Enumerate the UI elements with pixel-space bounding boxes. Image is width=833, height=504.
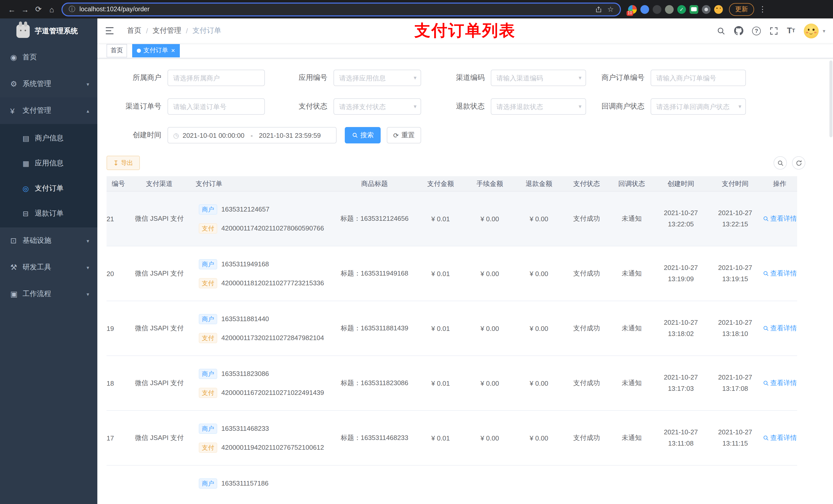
font-size-icon[interactable]: TT bbox=[787, 27, 795, 35]
breadcrumb-home[interactable]: 首页 bbox=[127, 26, 141, 35]
hamburger-icon[interactable] bbox=[97, 27, 122, 35]
clock-icon: ◷ bbox=[173, 131, 179, 139]
refund-amount-cell: ¥ 0.00 bbox=[514, 301, 564, 356]
extension-check-icon[interactable]: ✓ bbox=[677, 5, 686, 14]
site-info-icon[interactable]: ⓘ bbox=[69, 5, 75, 14]
search-button[interactable]: 搜索 bbox=[345, 127, 381, 143]
page-content: 所属商户 应用编号 ▾ 渠道编码 bbox=[97, 58, 833, 504]
app-select-input[interactable] bbox=[334, 70, 421, 86]
date-end[interactable]: 2021-10-31 23:59:59 bbox=[259, 131, 321, 139]
address-bar[interactable]: ⓘ localhost:1024/pay/order ☆ bbox=[62, 2, 621, 16]
pay-amount-cell bbox=[416, 465, 465, 504]
extension-dark-icon[interactable] bbox=[653, 5, 661, 14]
pay-badge: 支付 bbox=[199, 387, 217, 398]
refund-amount-cell: ¥ 0.00 bbox=[514, 246, 564, 301]
extension-chat-icon[interactable] bbox=[690, 5, 698, 14]
app-title: 芋道管理系统 bbox=[35, 27, 78, 36]
view-detail-link[interactable]: 查看详情 bbox=[763, 324, 797, 333]
browser-home-icon[interactable]: ⌂ bbox=[45, 3, 58, 16]
filter-row-3: 创建时间 ◷ 2021-10-01 00:00:00 - 2021-10-31 … bbox=[106, 127, 823, 143]
action-cell: 查看详情 bbox=[762, 192, 797, 246]
refresh-table-icon[interactable] bbox=[792, 156, 805, 170]
pay-amount-cell: ¥ 0.01 bbox=[416, 356, 465, 410]
view-detail-link[interactable]: 查看详情 bbox=[763, 379, 797, 388]
date-range-picker[interactable]: ◷ 2021-10-01 00:00:00 - 2021-10-31 23:59… bbox=[168, 127, 337, 143]
sidebar-item-home[interactable]: ◉ 首页 bbox=[0, 44, 97, 71]
app-logo[interactable]: 芋道管理系统 bbox=[0, 19, 97, 44]
sidebar-item-label: 工作流程 bbox=[23, 289, 87, 298]
browser-reload-icon[interactable]: ⟳ bbox=[32, 3, 45, 16]
pay-transaction-no: 4200001173202110272847982104 bbox=[221, 334, 324, 342]
breadcrumb-pay-mgmt[interactable]: 支付管理 bbox=[153, 26, 181, 35]
extension-face-icon[interactable] bbox=[714, 5, 723, 14]
filter-row-2: 渠道订单号 支付状态 ▾ 退款状态 bbox=[106, 98, 823, 115]
notify-status-cell bbox=[610, 465, 654, 504]
tab-home[interactable]: 首页 bbox=[106, 44, 127, 57]
merchant-input[interactable] bbox=[168, 70, 265, 86]
close-icon[interactable]: × bbox=[171, 47, 175, 54]
pay-amount-cell: ¥ 0.01 bbox=[416, 246, 465, 301]
sidebar-item-devtool[interactable]: ⚒ 研发工具 ▾ bbox=[0, 254, 97, 281]
sidebar-item-app-info[interactable]: ▦ 应用信息 bbox=[0, 150, 97, 176]
avatar[interactable] bbox=[804, 23, 819, 38]
product-title-cell: 标题：1635311949168 bbox=[333, 246, 416, 301]
pay-time-cell: 2021-10-27 13:17:08 bbox=[708, 356, 762, 410]
view-detail-link[interactable]: 查看详情 bbox=[763, 214, 797, 223]
browser-forward-icon[interactable]: → bbox=[19, 3, 32, 16]
order-id-cell: 18 bbox=[106, 356, 129, 410]
sidebar-item-refund-order[interactable]: ⊟ 退款订单 bbox=[0, 201, 97, 226]
sidebar-item-merchant-info[interactable]: ▤ 商户信息 bbox=[0, 125, 97, 150]
merchant-order-no: 1635311881440 bbox=[221, 315, 269, 323]
pay-status-input[interactable] bbox=[334, 98, 421, 115]
help-icon[interactable]: ? bbox=[752, 26, 761, 35]
bookmark-star-icon[interactable]: ☆ bbox=[607, 5, 614, 13]
channel-code-input[interactable] bbox=[491, 70, 586, 86]
refund-status-input[interactable] bbox=[491, 98, 586, 115]
share-icon[interactable] bbox=[596, 6, 602, 13]
toggle-search-icon[interactable] bbox=[774, 156, 787, 170]
avatar-caret-icon[interactable]: ▾ bbox=[823, 28, 825, 33]
order-id-cell: 21 bbox=[106, 192, 129, 246]
column-header: 操作 bbox=[762, 176, 797, 191]
notify-status-cell: 未通知 bbox=[610, 192, 654, 246]
reset-button[interactable]: ⟳ 重置 bbox=[387, 127, 421, 143]
callback-status-input[interactable] bbox=[651, 98, 746, 115]
tab-pay-order[interactable]: 支付订单 × bbox=[132, 44, 180, 57]
breadcrumb-current: 支付订单 bbox=[193, 26, 221, 35]
sidebar-item-pay-order[interactable]: ◎ 支付订单 bbox=[0, 176, 97, 201]
create-date: 2021-10-27 bbox=[664, 262, 698, 273]
tab-label: 支付订单 bbox=[143, 46, 168, 55]
view-detail-link[interactable]: 查看详情 bbox=[763, 269, 797, 278]
date-start[interactable]: 2021-10-01 00:00:00 bbox=[183, 131, 244, 139]
view-detail-link[interactable]: 查看详情 bbox=[763, 433, 797, 442]
browser-menu-icon[interactable]: ⋮ bbox=[759, 5, 766, 14]
extension-colorful-icon[interactable]: 10 bbox=[628, 5, 637, 14]
extensions-pin-icon[interactable] bbox=[702, 5, 711, 14]
pay-status-cell: 支付成功 bbox=[564, 301, 610, 356]
field-label: 渠道编码 bbox=[421, 73, 491, 82]
fullscreen-icon[interactable] bbox=[769, 26, 778, 35]
scrollbar-thumb[interactable] bbox=[829, 61, 832, 137]
sidebar-item-infra[interactable]: ⊡ 基础设施 ▾ bbox=[0, 227, 97, 254]
table-header: 编号 支付渠道 支付订单 商品标题 支付金额 手续金额 退款金额 支付状态 回调… bbox=[106, 176, 797, 192]
sidebar-item-system[interactable]: ⚙ 系统管理 ▾ bbox=[0, 71, 97, 97]
pay-badge: 支付 bbox=[199, 278, 217, 288]
search-icon[interactable] bbox=[717, 26, 725, 35]
extension-gray-icon[interactable] bbox=[665, 5, 674, 14]
table-row: 19 微信 JSAPI 支付 商户 1635311881440 支付 42000… bbox=[106, 301, 797, 356]
sidebar-item-payment[interactable]: ¥ 支付管理 ▴ bbox=[0, 97, 97, 124]
browser-update-button[interactable]: 更新 bbox=[729, 3, 754, 16]
pay-badge: 支付 bbox=[199, 333, 217, 343]
url-text[interactable]: localhost:1024/pay/order bbox=[79, 6, 592, 13]
tags-bar: 首页 支付订单 × bbox=[97, 43, 833, 58]
merchant-order-no-input[interactable] bbox=[651, 70, 746, 86]
github-icon[interactable] bbox=[734, 26, 743, 35]
browser-back-icon[interactable]: ← bbox=[5, 3, 19, 16]
channel-order-no-input[interactable] bbox=[168, 98, 265, 115]
logo-avatar bbox=[16, 25, 30, 38]
sidebar-item-workflow[interactable]: ▣ 工作流程 ▾ bbox=[0, 281, 97, 307]
create-date: 2021-10-27 bbox=[664, 427, 698, 438]
create-time-cell bbox=[654, 465, 708, 504]
extension-blue-icon[interactable] bbox=[640, 5, 649, 14]
export-button[interactable]: ↧ 导出 bbox=[106, 156, 140, 170]
